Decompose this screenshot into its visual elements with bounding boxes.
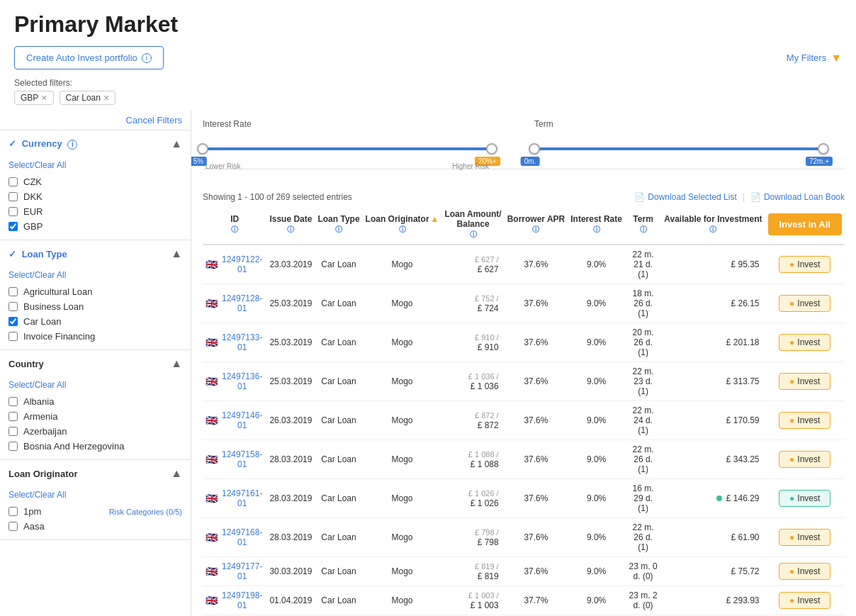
currency-select-clear[interactable]: Select/Clear All [9,160,182,170]
col-invest-all[interactable]: Invest in All [765,205,845,245]
flag-icon-4: 🇬🇧 [205,415,218,426]
cell-term-6: 16 m. 29 d. (1) [625,479,661,518]
loan-id-link-2[interactable]: 🇬🇧 12497133-01 [205,332,264,352]
flag-icon-6: 🇬🇧 [205,493,218,504]
currency-section-header[interactable]: ✓ Currency i ▲ [0,130,191,157]
loan-id-link-7[interactable]: 🇬🇧 12497168-01 [205,527,264,547]
country-azerbaijan[interactable]: Azerbaijan [9,424,182,439]
loan-type-toggle-icon[interactable]: ▲ [171,247,182,260]
term-label: Term [534,119,823,129]
interest-rate-left-thumb[interactable]: 5% [197,143,208,155]
download-book-link[interactable]: 📄 Download Loan Book [750,192,845,202]
loan-id-link-8[interactable]: 🇬🇧 12497177-01 [205,561,264,581]
currency-checkmark: ✓ [9,138,16,149]
showing-label: Showing 1 - 100 of 269 selected entries [203,192,352,202]
cell-available-8: £ 75.72 [661,557,765,586]
loan-type-invoice[interactable]: Invoice Financing [9,329,182,344]
cell-apr-3: 37.6% [505,362,568,401]
cell-invest-0: ● Invest [765,245,845,284]
loan-id-link-1[interactable]: 🇬🇧 12497128-01 [205,293,264,313]
country-armenia[interactable]: Armenia [9,409,182,424]
loan-originator-section-header[interactable]: Loan Originator ▲ [0,460,191,487]
term-right-thumb[interactable]: 72m.+ [818,143,829,155]
filter-tag-gbp[interactable]: GBP × [14,91,54,105]
currency-toggle-icon[interactable]: ▲ [171,138,182,150]
create-portfolio-button[interactable]: Create Auto Invest portfolio i [14,46,164,69]
invest-all-button[interactable]: Invest in All [768,213,842,235]
cell-date-8: 30.03.2019 [266,557,315,586]
cell-id-1: 🇬🇧 12497128-01 [203,284,266,323]
cell-invest-7: ● Invest [765,518,845,557]
cell-date-1: 25.03.2019 [266,284,315,323]
loan-originator-toggle-icon[interactable]: ▲ [171,467,182,480]
invest-button-7[interactable]: ● Invest [779,529,830,546]
country-section-header[interactable]: Country ▲ [0,350,191,377]
col-originator[interactable]: Loan Originator▲ⓘ [363,205,442,245]
cell-available-5: £ 343.25 [661,440,765,479]
invest-button-4[interactable]: ● Invest [779,412,830,429]
interest-rate-right-thumb[interactable]: 20%+ [486,143,497,155]
loan-type-agricultural[interactable]: Agricultural Loan [9,284,182,299]
invest-button-1[interactable]: ● Invest [779,295,830,312]
loan-type-section-header[interactable]: ✓ Loan Type ▲ [0,240,191,267]
invest-button-3[interactable]: ● Invest [779,373,830,390]
cell-type-3: Car Loan [315,362,362,401]
cell-available-6: £ 146.29 [661,479,765,518]
interest-rate-slider-group: Interest Rate 5% 20%+ Lower Risk Higher … [203,119,534,163]
originator-aasa[interactable]: Aasa [9,519,182,534]
remove-carloan-icon[interactable]: × [103,93,109,103]
selected-filters-label: Selected filters: [14,78,842,88]
loan-originator-select-clear[interactable]: Select/Clear All [9,490,182,500]
interest-rate-slider[interactable]: 5% 20%+ Lower Risk Higher Risk [203,135,492,163]
flag-icon-9: 🇬🇧 [205,595,218,606]
invest-button-0[interactable]: ● Invest [779,256,830,273]
cell-apr-2: 37.6% [505,323,568,362]
cell-id-0: 🇬🇧 12497122-01 [203,245,266,284]
country-section: Country ▲ Select/Clear All Albania Armen… [0,350,191,460]
country-albania[interactable]: Albania [9,394,182,409]
cell-rate-5: 9.0% [568,440,625,479]
filter-tag-carloan[interactable]: Car Loan × [60,91,116,105]
loan-type-checkmark: ✓ [9,249,16,259]
loan-id-link-4[interactable]: 🇬🇧 12497146-01 [205,410,264,430]
loan-id-link-5[interactable]: 🇬🇧 12497158-01 [205,449,264,469]
cell-type-8: Car Loan [315,557,362,586]
flag-icon-8: 🇬🇧 [205,566,218,577]
lower-risk-hint: Lower Risk [205,162,240,170]
loan-id-link-6[interactable]: 🇬🇧 12497161-01 [205,488,264,508]
invest-button-8[interactable]: ● Invest [779,563,830,580]
cancel-filters-button[interactable]: Cancel Filters [0,111,191,130]
term-slider[interactable]: 0m. 72m.+ [534,135,823,163]
loan-type-select-clear[interactable]: Select/Clear All [9,270,182,280]
invest-button-6[interactable]: ● Invest [779,490,830,507]
currency-dkk[interactable]: DKK [9,189,182,204]
cell-type-1: Car Loan [315,284,362,323]
term-left-thumb[interactable]: 0m. [529,143,540,155]
invest-button-2[interactable]: ● Invest [779,334,830,351]
remove-gbp-icon[interactable]: × [41,93,47,103]
invest-button-9[interactable]: ● Invest [779,592,830,609]
country-toggle-icon[interactable]: ▲ [171,357,182,370]
loans-table: IDⓘ Issue Dateⓘ Loan Typeⓘ Loan Originat… [203,205,845,615]
col-available: Available for Investmentⓘ [661,205,765,245]
invest-button-5[interactable]: ● Invest [779,451,830,468]
loan-type-business[interactable]: Business Loan [9,299,182,314]
risk-categories-label: Risk Categories (0/5) [109,508,182,516]
loan-id-link-3[interactable]: 🇬🇧 12497136-01 [205,371,264,391]
cell-date-5: 28.03.2019 [266,440,315,479]
loan-type-car[interactable]: Car Loan [9,314,182,329]
cell-invest-6: ● Invest [765,479,845,518]
download-selected-link[interactable]: 📄 Download Selected List [634,192,736,202]
currency-czk[interactable]: CZK [9,174,182,189]
loan-id-link-0[interactable]: 🇬🇧 12497122-01 [205,254,264,274]
country-select-clear[interactable]: Select/Clear All [9,380,182,390]
loan-id-link-9[interactable]: 🇬🇧 12497198-01 [205,590,264,610]
cell-type-9: Car Loan [315,586,362,615]
currency-gbp[interactable]: GBP [9,219,182,234]
currency-eur[interactable]: EUR [9,204,182,219]
loan-type-section-body: Select/Clear All Agricultural Loan Busin… [0,267,191,349]
country-bosnia[interactable]: Bosnia And Herzegovina [9,439,182,454]
my-filters-button[interactable]: My Filters ▼ [787,52,842,65]
originator-1pm[interactable]: 1pm Risk Categories (0/5) [9,504,182,519]
col-rate: Interest Rateⓘ [568,205,625,245]
